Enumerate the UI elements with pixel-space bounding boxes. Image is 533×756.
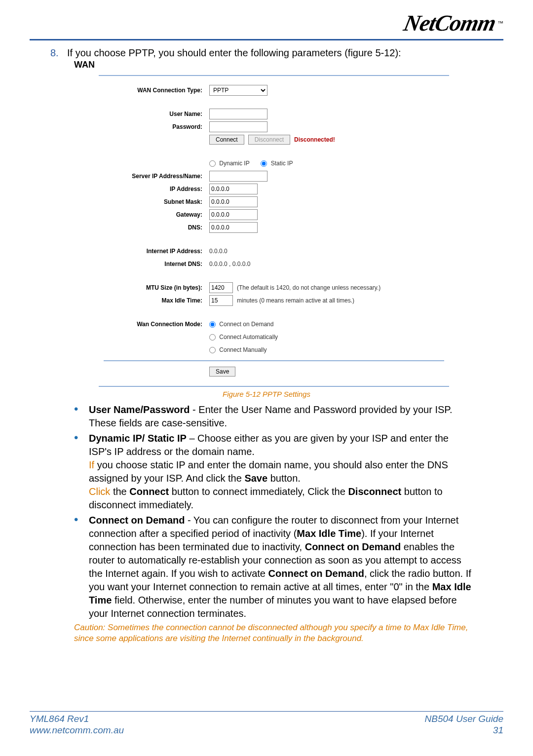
radio-dynamic-ip[interactable]: Dynamic IP — [209, 160, 250, 167]
disconnect-button[interactable]: Disconnect — [248, 135, 290, 145]
label-password: Password: — [104, 123, 209, 130]
gateway-input[interactable] — [209, 209, 258, 220]
label-subnet: Subnet Mask: — [104, 198, 209, 205]
mtu-hint: (The default is 1420, do not change unle… — [237, 284, 381, 291]
server-ip-input[interactable] — [209, 171, 267, 182]
caution-text: Caution: Sometimes the connection cannot… — [74, 622, 474, 644]
username-input[interactable] — [209, 109, 267, 119]
label-ip-address: IP Address: — [104, 186, 209, 192]
footer-page-num: 31 — [425, 725, 503, 736]
label-internet-ip: Internet IP Address: — [104, 248, 209, 255]
label-wan-conn-type: WAN Connection Type: — [104, 87, 209, 94]
label-internet-dns: Internet DNS: — [104, 261, 209, 267]
figure-caption: Figure 5-12 PPTP Settings — [30, 390, 503, 398]
ip-address-input[interactable] — [209, 184, 258, 194]
radio-static-ip[interactable]: Static IP — [261, 160, 293, 167]
label-username: User Name: — [104, 111, 209, 117]
label-mtu: MTU Size (in bytes): — [104, 284, 209, 291]
label-max-idle: Max Idle Time: — [104, 297, 209, 304]
label-dns: DNS: — [104, 224, 209, 231]
connect-button[interactable]: Connect — [209, 135, 244, 145]
label-gateway: Gateway: — [104, 211, 209, 218]
subnet-input[interactable] — [209, 196, 258, 207]
footer-doc-id: YML864 Rev1 — [30, 714, 124, 725]
connection-status: Disconnected! — [294, 136, 335, 143]
save-button[interactable]: Save — [209, 367, 235, 377]
internet-ip-value: 0.0.0.0 — [209, 248, 228, 255]
wan-settings-panel: WAN Connection Type: PPTP User Name: Pas… — [99, 75, 449, 387]
footer-url: www.netcomm.com.au — [30, 725, 124, 736]
list-item: Dynamic IP/ Static IP – Choose either as… — [74, 432, 474, 512]
wan-conn-type-select[interactable]: PPTP — [209, 85, 267, 96]
section-title: WAN — [74, 60, 503, 70]
internet-dns-value: 0.0.0.0 , 0.0.0.0 — [209, 261, 250, 267]
max-idle-input[interactable] — [209, 295, 233, 306]
trademark: ™ — [497, 20, 503, 27]
list-item: Connect on Demand - You can configure th… — [74, 514, 474, 620]
dns-input[interactable] — [209, 222, 258, 233]
brand-name: NetComm — [402, 10, 498, 36]
page-footer: YML864 Rev1 www.netcomm.com.au NB504 Use… — [30, 711, 503, 736]
radio-connect-manual[interactable]: Connect Manually — [209, 346, 266, 353]
label-server-ip: Server IP Address/Name: — [104, 173, 209, 180]
mtu-input[interactable] — [209, 282, 233, 293]
list-item: User Name/Password - Enter the User Name… — [74, 403, 474, 430]
password-input[interactable] — [209, 121, 267, 132]
radio-connect-on-demand[interactable]: Connect on Demand — [209, 321, 273, 328]
label-wan-mode: Wan Connection Mode: — [104, 321, 209, 328]
step-number: 8. — [50, 47, 67, 59]
header-rule — [30, 39, 503, 40]
brand-logo: NetComm ™ — [30, 10, 503, 36]
step-text: If you choose PPTP, you should enter the… — [67, 47, 401, 59]
panel-rule — [104, 360, 444, 361]
max-idle-hint: minutes (0 means remain active at all ti… — [237, 297, 354, 304]
footer-guide: NB504 User Guide — [425, 714, 503, 725]
radio-connect-auto[interactable]: Connect Automatically — [209, 334, 278, 340]
